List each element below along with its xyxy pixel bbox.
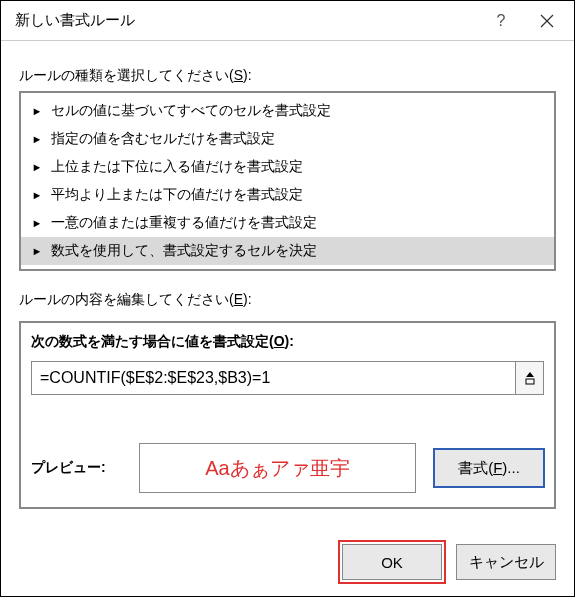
rule-type-label-post: ): [243, 67, 252, 83]
formula-access: O [274, 333, 285, 349]
bullet-arrow-icon: ► [31, 245, 43, 257]
rule-type-item-label: 上位または下位に入る値だけを書式設定 [51, 158, 303, 176]
dialog-title: 新しい書式ルール [15, 11, 478, 30]
rule-type-item-label: 指定の値を含むセルだけを書式設定 [51, 130, 275, 148]
dialog-button-row: OK キャンセル [1, 544, 574, 596]
rule-type-item[interactable]: ►一意の値または重複する値だけを書式設定 [21, 209, 554, 237]
rule-type-item[interactable]: ►セルの値に基づいてすべてのセルを書式設定 [21, 97, 554, 125]
bullet-arrow-icon: ► [31, 133, 43, 145]
preview-row: プレビュー: Aaあぁアァ亜宇 書式(F)... [31, 443, 544, 493]
formula-input[interactable] [31, 361, 516, 395]
formula-label: 次の数式を満たす場合に値を書式設定(O): [31, 333, 544, 351]
rule-type-item[interactable]: ►指定の値を含むセルだけを書式設定 [21, 125, 554, 153]
close-button[interactable] [524, 3, 570, 39]
edit-rule-label-post: ): [243, 291, 252, 307]
preview-label: プレビュー: [31, 459, 121, 477]
rule-type-list[interactable]: ►セルの値に基づいてすべてのセルを書式設定►指定の値を含むセルだけを書式設定►上… [19, 91, 556, 271]
format-btn-post: )... [502, 459, 520, 476]
format-button[interactable]: 書式(F)... [434, 449, 544, 487]
rule-type-item[interactable]: ►上位または下位に入る値だけを書式設定 [21, 153, 554, 181]
svg-rect-2 [526, 379, 534, 384]
dialog-content: ルールの種類を選択してください(S): ►セルの値に基づいてすべてのセルを書式設… [1, 41, 574, 544]
rule-type-item-label: 数式を使用して、書式設定するセルを決定 [51, 242, 317, 260]
edit-rule-access: E [234, 291, 243, 307]
edit-rule-label: ルールの内容を編集してください(E): [19, 291, 556, 309]
titlebar: 新しい書式ルール ? [1, 1, 574, 41]
rule-type-item-label: 平均より上または下の値だけを書式設定 [51, 186, 303, 204]
rule-type-item[interactable]: ►数式を使用して、書式設定するセルを決定 [21, 237, 554, 265]
preview-sample: Aaあぁアァ亜宇 [139, 443, 416, 493]
rule-type-label-pre: ルールの種類を選択してください( [19, 67, 234, 83]
bullet-arrow-icon: ► [31, 217, 43, 229]
collapse-dialog-button[interactable] [516, 361, 544, 395]
svg-marker-3 [526, 372, 534, 377]
help-button[interactable]: ? [478, 3, 524, 39]
format-btn-pre: 書式( [458, 459, 493, 476]
rule-type-access: S [234, 67, 243, 83]
bullet-arrow-icon: ► [31, 161, 43, 173]
help-icon: ? [497, 12, 506, 30]
formula-row [31, 361, 544, 395]
formula-label-pre: 次の数式を満たす場合に値を書式設定( [31, 333, 274, 349]
cancel-button[interactable]: キャンセル [456, 544, 556, 580]
rule-type-item-label: 一意の値または重複する値だけを書式設定 [51, 214, 317, 232]
rule-type-item[interactable]: ►平均より上または下の値だけを書式設定 [21, 181, 554, 209]
ok-button[interactable]: OK [342, 544, 442, 580]
formula-label-post: ): [285, 333, 294, 349]
rule-type-label: ルールの種類を選択してください(S): [19, 67, 556, 85]
collapse-icon [524, 371, 536, 385]
edit-rule-box: 次の数式を満たす場合に値を書式設定(O): プレビュー: Aaあぁアァ亜宇 書式… [19, 321, 556, 509]
edit-rule-label-pre: ルールの内容を編集してください( [19, 291, 234, 307]
bullet-arrow-icon: ► [31, 105, 43, 117]
rule-type-item-label: セルの値に基づいてすべてのセルを書式設定 [51, 102, 331, 120]
close-icon [540, 14, 554, 28]
bullet-arrow-icon: ► [31, 189, 43, 201]
format-btn-access: F [493, 459, 502, 476]
